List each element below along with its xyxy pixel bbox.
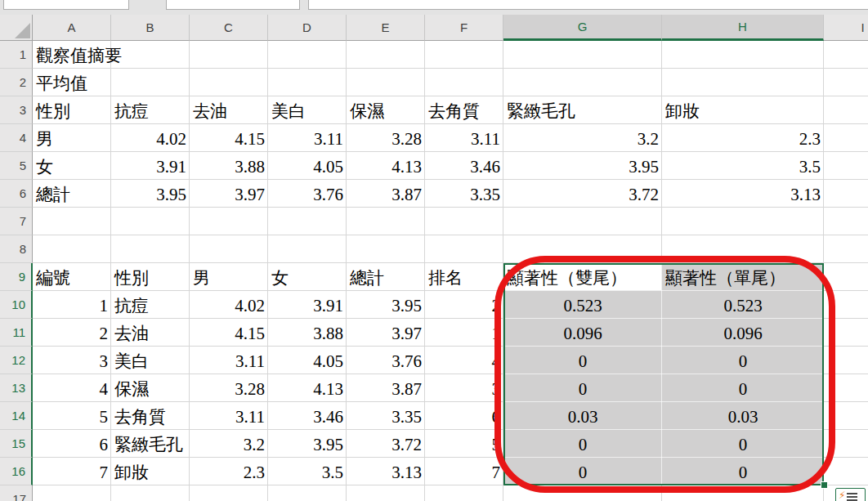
red-oval-annotation[interactable] <box>494 256 835 493</box>
cell-C13[interactable]: 3.28 <box>190 374 268 402</box>
cell-C12[interactable]: 3.11 <box>190 347 268 374</box>
cell-B12[interactable]: 美白 <box>111 347 190 374</box>
column-header-C[interactable]: C <box>190 15 268 41</box>
fill-handle[interactable] <box>821 481 828 489</box>
cell-B15[interactable]: 緊緻毛孔 <box>111 430 190 458</box>
cell-C10[interactable]: 4.02 <box>190 291 268 319</box>
cell-F11[interactable]: 1 <box>425 319 503 347</box>
cell-D10[interactable]: 3.91 <box>268 291 347 319</box>
cell-B6[interactable]: 3.95 <box>111 180 190 208</box>
row-header-16[interactable]: 16 <box>0 458 33 485</box>
cell-B16[interactable]: 卸妝 <box>111 458 190 485</box>
name-box[interactable] <box>3 0 129 10</box>
row-header-3[interactable]: 3 <box>0 96 33 124</box>
column-header-G[interactable]: G <box>503 15 662 41</box>
cell-F9[interactable]: 排名 <box>425 263 503 291</box>
row-header-2[interactable]: 2 <box>0 69 33 96</box>
cell-E10[interactable]: 3.95 <box>347 291 425 319</box>
cell-E12[interactable]: 3.76 <box>347 347 425 374</box>
cell-C9[interactable]: 男 <box>190 263 268 291</box>
row-header-1[interactable]: 1 <box>0 41 33 69</box>
cell-A2[interactable]: 平均值 <box>33 69 111 96</box>
row-header-14[interactable]: 14 <box>0 402 33 430</box>
row-header-9[interactable]: 9 <box>0 263 33 291</box>
column-header-B[interactable]: B <box>111 15 190 41</box>
cell-H3[interactable]: 卸妝 <box>662 96 824 124</box>
cell-B3[interactable]: 抗痘 <box>111 96 190 124</box>
cell-E4[interactable]: 3.28 <box>347 124 425 152</box>
cell-B11[interactable]: 去油 <box>111 319 190 347</box>
cell-C14[interactable]: 3.11 <box>190 402 268 430</box>
cell-B13[interactable]: 保濕 <box>111 374 190 402</box>
select-all-corner[interactable] <box>0 15 33 41</box>
row-header-7[interactable]: 7 <box>0 208 33 235</box>
cell-F6[interactable]: 3.35 <box>425 180 503 208</box>
row-header-8[interactable]: 8 <box>0 235 33 263</box>
cell-A1[interactable]: 觀察值摘要 <box>33 41 111 69</box>
cell-F16[interactable]: 7 <box>425 458 503 485</box>
cell-G3[interactable]: 緊緻毛孔 <box>503 96 662 124</box>
cell-A14[interactable]: 5 <box>33 402 111 430</box>
row-header-15[interactable]: 15 <box>0 430 33 458</box>
cell-F15[interactable]: 5 <box>425 430 503 458</box>
cell-D13[interactable]: 4.13 <box>268 374 347 402</box>
cell-H5[interactable]: 3.5 <box>662 152 824 180</box>
cell-C11[interactable]: 4.15 <box>190 319 268 347</box>
row-header-6[interactable]: 6 <box>0 180 33 208</box>
cell-B10[interactable]: 抗痘 <box>111 291 190 319</box>
cell-D3[interactable]: 美白 <box>268 96 347 124</box>
cell-F4[interactable]: 3.11 <box>425 124 503 152</box>
row-header-4[interactable]: 4 <box>0 124 33 152</box>
cell-A4[interactable]: 男 <box>33 124 111 152</box>
cell-C4[interactable]: 4.15 <box>190 124 268 152</box>
cell-C15[interactable]: 3.2 <box>190 430 268 458</box>
cell-B4[interactable]: 4.02 <box>111 124 190 152</box>
cell-F13[interactable]: 3 <box>425 374 503 402</box>
row-header-10[interactable]: 10 <box>0 291 33 319</box>
cell-B9[interactable]: 性別 <box>111 263 190 291</box>
cell-A9[interactable]: 編號 <box>33 263 111 291</box>
column-header-F[interactable]: F <box>425 15 503 41</box>
cell-D11[interactable]: 3.88 <box>268 319 347 347</box>
row-header-13[interactable]: 13 <box>0 374 33 402</box>
cell-A16[interactable]: 7 <box>33 458 111 485</box>
cell-E9[interactable]: 總計 <box>347 263 425 291</box>
row-header-17[interactable]: 17 <box>0 485 33 501</box>
cell-D5[interactable]: 4.05 <box>268 152 347 180</box>
column-header-A[interactable]: A <box>33 15 111 41</box>
cell-C6[interactable]: 3.97 <box>190 180 268 208</box>
cell-A13[interactable]: 4 <box>33 374 111 402</box>
cell-A11[interactable]: 2 <box>33 319 111 347</box>
cell-C3[interactable]: 去油 <box>190 96 268 124</box>
cell-D9[interactable]: 女 <box>268 263 347 291</box>
cell-F3[interactable]: 去角質 <box>425 96 503 124</box>
cell-F10[interactable]: 2 <box>425 291 503 319</box>
cell-H6[interactable]: 3.13 <box>662 180 824 208</box>
column-header-H[interactable]: H <box>662 15 824 41</box>
row-header-11[interactable]: 11 <box>0 319 33 347</box>
cell-D12[interactable]: 4.05 <box>268 347 347 374</box>
cell-E16[interactable]: 3.13 <box>347 458 425 485</box>
cell-C16[interactable]: 2.3 <box>190 458 268 485</box>
cell-E11[interactable]: 3.97 <box>347 319 425 347</box>
cell-F5[interactable]: 3.46 <box>425 152 503 180</box>
cell-E15[interactable]: 3.72 <box>347 430 425 458</box>
cell-A5[interactable]: 女 <box>33 152 111 180</box>
cell-D4[interactable]: 3.11 <box>268 124 347 152</box>
cell-A12[interactable]: 3 <box>33 347 111 374</box>
cell-G4[interactable]: 3.2 <box>503 124 662 152</box>
cell-D6[interactable]: 3.76 <box>268 180 347 208</box>
quick-analysis-button[interactable]: ⚡ <box>835 488 866 501</box>
cell-E5[interactable]: 4.13 <box>347 152 425 180</box>
cell-C5[interactable]: 3.88 <box>190 152 268 180</box>
cell-A6[interactable]: 總計 <box>33 180 111 208</box>
cell-G6[interactable]: 3.72 <box>503 180 662 208</box>
cell-B14[interactable]: 去角質 <box>111 402 190 430</box>
row-header-5[interactable]: 5 <box>0 152 33 180</box>
formula-bar-input[interactable] <box>308 0 868 10</box>
column-header-D[interactable]: D <box>268 15 347 41</box>
cell-H4[interactable]: 2.3 <box>662 124 824 152</box>
cell-G5[interactable]: 3.95 <box>503 152 662 180</box>
cell-F12[interactable]: 4 <box>425 347 503 374</box>
cell-A3[interactable]: 性別 <box>33 96 111 124</box>
